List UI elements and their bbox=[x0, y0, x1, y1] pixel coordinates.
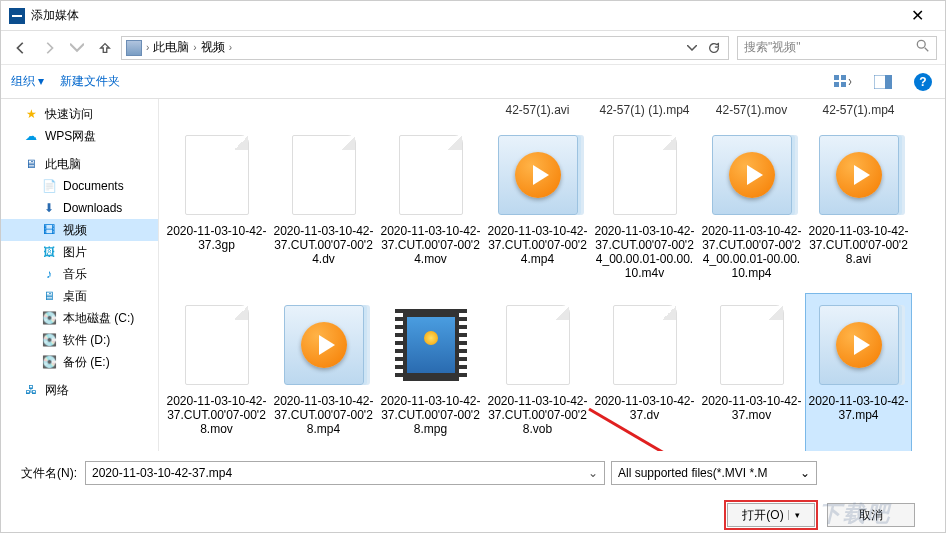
video-icon: 🎞 bbox=[41, 222, 57, 238]
sidebar-item-pictures[interactable]: 🖼图片 bbox=[1, 241, 158, 263]
recent-dropdown[interactable] bbox=[65, 36, 89, 60]
search-input[interactable]: 搜索"视频" bbox=[737, 36, 937, 60]
sidebar-item-disk-d[interactable]: 💽软件 (D:) bbox=[1, 329, 158, 351]
crumb-pc[interactable]: 此电脑 bbox=[153, 39, 189, 56]
split-dropdown-icon[interactable]: ▾ bbox=[788, 510, 800, 520]
prev-row: 42-57(1).avi 42-57(1) (1).mp4 42-57(1).m… bbox=[163, 103, 941, 123]
chevron-down-icon[interactable]: ⌄ bbox=[800, 466, 810, 480]
sidebar-item-disk-c[interactable]: 💽本地磁盘 (C:) bbox=[1, 307, 158, 329]
back-button[interactable] bbox=[9, 36, 33, 60]
location-icon bbox=[126, 40, 142, 56]
file-icon bbox=[399, 135, 463, 215]
document-icon: 📄 bbox=[41, 178, 57, 194]
file-icon bbox=[613, 305, 677, 385]
title-bar: 添加媒体 ✕ bbox=[1, 1, 945, 31]
file-item[interactable]: 2020-11-03-10-42-37.CUT.00'07-00'24_00.0… bbox=[698, 123, 805, 293]
svg-point-0 bbox=[917, 40, 925, 48]
view-mode-button[interactable] bbox=[831, 70, 855, 94]
file-item[interactable]: 2020-11-03-10-42-37.CUT.00'07-00'28.mpg bbox=[377, 293, 484, 451]
organize-menu[interactable]: 组织 ▾ bbox=[11, 73, 44, 90]
forward-button[interactable] bbox=[37, 36, 61, 60]
search-placeholder: 搜索"视频" bbox=[744, 39, 801, 56]
file-item[interactable]: 2020-11-03-10-42-37.mov bbox=[698, 293, 805, 451]
file-item[interactable]: 2020-11-03-10-42-37.3gp bbox=[163, 123, 270, 293]
media-icon bbox=[498, 135, 578, 215]
file-icon bbox=[506, 305, 570, 385]
sidebar-item-wps[interactable]: ☁WPS网盘 bbox=[1, 125, 158, 147]
file-pane: 42-57(1).avi 42-57(1) (1).mp4 42-57(1).m… bbox=[159, 99, 945, 451]
help-button[interactable]: ? bbox=[911, 70, 935, 94]
file-icon bbox=[720, 305, 784, 385]
filename-label: 文件名(N): bbox=[15, 465, 85, 482]
film-icon bbox=[403, 309, 459, 381]
address-dropdown[interactable] bbox=[682, 38, 702, 58]
toolbar: 组织 ▾ 新建文件夹 ? bbox=[1, 65, 945, 99]
chevron-right-icon: › bbox=[229, 42, 232, 53]
pc-icon: 🖥 bbox=[23, 156, 39, 172]
svg-rect-1 bbox=[834, 75, 839, 80]
file-item[interactable]: 2020-11-03-10-42-37.CUT.00'07-00'28.avi bbox=[805, 123, 912, 293]
file-item-selected[interactable]: 2020-11-03-10-42-37.mp4 bbox=[805, 293, 912, 451]
file-item[interactable]: 2020-11-03-10-42-37.CUT.00'07-00'28.mp4 bbox=[270, 293, 377, 451]
footer: 文件名(N): 2020-11-03-10-42-37.mp4⌄ All sup… bbox=[1, 451, 945, 533]
svg-rect-4 bbox=[841, 82, 846, 87]
svg-rect-6 bbox=[885, 75, 892, 89]
crumb-videos[interactable]: 视频 bbox=[201, 39, 225, 56]
address-bar[interactable]: › 此电脑 › 视频 › bbox=[121, 36, 729, 60]
watermark: 下载吧 bbox=[819, 499, 891, 529]
media-icon bbox=[712, 135, 792, 215]
chevron-right-icon: › bbox=[146, 42, 149, 53]
media-icon bbox=[819, 305, 899, 385]
file-icon bbox=[185, 305, 249, 385]
filetype-filter[interactable]: All supported files(*.MVI *.M⌄ bbox=[611, 461, 817, 485]
music-icon: ♪ bbox=[41, 266, 57, 282]
refresh-button[interactable] bbox=[704, 38, 724, 58]
file-item[interactable]: 2020-11-03-10-42-37.dv bbox=[591, 293, 698, 451]
sidebar-item-videos[interactable]: 🎞视频 bbox=[1, 219, 158, 241]
sidebar-item-network[interactable]: 🖧网络 bbox=[1, 379, 158, 401]
cloud-icon: ☁ bbox=[23, 128, 39, 144]
sidebar-item-pc[interactable]: 🖥此电脑 bbox=[1, 153, 158, 175]
picture-icon: 🖼 bbox=[41, 244, 57, 260]
sidebar-item-documents[interactable]: 📄Documents bbox=[1, 175, 158, 197]
download-icon: ⬇ bbox=[41, 200, 57, 216]
svg-rect-3 bbox=[834, 82, 839, 87]
star-icon: ★ bbox=[23, 106, 39, 122]
preview-pane-button[interactable] bbox=[871, 70, 895, 94]
file-item[interactable]: 2020-11-03-10-42-37.CUT.00'07-00'28.vob bbox=[484, 293, 591, 451]
main-area: ★快速访问 ☁WPS网盘 🖥此电脑 📄Documents ⬇Downloads … bbox=[1, 99, 945, 451]
file-item[interactable]: 2020-11-03-10-42-37.CUT.00'07-00'28.mov bbox=[163, 293, 270, 451]
window-title: 添加媒体 bbox=[31, 7, 897, 24]
file-icon bbox=[185, 135, 249, 215]
up-button[interactable] bbox=[93, 36, 117, 60]
sidebar-item-music[interactable]: ♪音乐 bbox=[1, 263, 158, 285]
chevron-right-icon: › bbox=[193, 42, 196, 53]
new-folder-button[interactable]: 新建文件夹 bbox=[60, 73, 120, 90]
file-item[interactable]: 2020-11-03-10-42-37.CUT.00'07-00'24.mov bbox=[377, 123, 484, 293]
close-icon[interactable]: ✕ bbox=[897, 6, 937, 25]
media-icon bbox=[284, 305, 364, 385]
file-item[interactable]: 2020-11-03-10-42-37.CUT.00'07-00'24.mp4 bbox=[484, 123, 591, 293]
desktop-icon: 🖥 bbox=[41, 288, 57, 304]
filename-input[interactable]: 2020-11-03-10-42-37.mp4⌄ bbox=[85, 461, 605, 485]
disk-icon: 💽 bbox=[41, 332, 57, 348]
file-icon bbox=[292, 135, 356, 215]
app-icon bbox=[9, 8, 25, 24]
open-button[interactable]: 打开(O)▾ bbox=[727, 503, 815, 527]
sidebar-item-downloads[interactable]: ⬇Downloads bbox=[1, 197, 158, 219]
file-icon bbox=[613, 135, 677, 215]
media-icon bbox=[819, 135, 899, 215]
search-icon bbox=[916, 39, 930, 56]
svg-rect-2 bbox=[841, 75, 846, 80]
sidebar-item-desktop[interactable]: 🖥桌面 bbox=[1, 285, 158, 307]
disk-icon: 💽 bbox=[41, 354, 57, 370]
sidebar: ★快速访问 ☁WPS网盘 🖥此电脑 📄Documents ⬇Downloads … bbox=[1, 99, 159, 451]
file-item[interactable]: 2020-11-03-10-42-37.CUT.00'07-00'24_00.0… bbox=[591, 123, 698, 293]
file-item[interactable]: 2020-11-03-10-42-37.CUT.00'07-00'24.dv bbox=[270, 123, 377, 293]
disk-icon: 💽 bbox=[41, 310, 57, 326]
sidebar-item-quick[interactable]: ★快速访问 bbox=[1, 103, 158, 125]
nav-bar: › 此电脑 › 视频 › 搜索"视频" bbox=[1, 31, 945, 65]
chevron-down-icon[interactable]: ⌄ bbox=[588, 466, 598, 480]
network-icon: 🖧 bbox=[23, 382, 39, 398]
sidebar-item-disk-e[interactable]: 💽备份 (E:) bbox=[1, 351, 158, 373]
